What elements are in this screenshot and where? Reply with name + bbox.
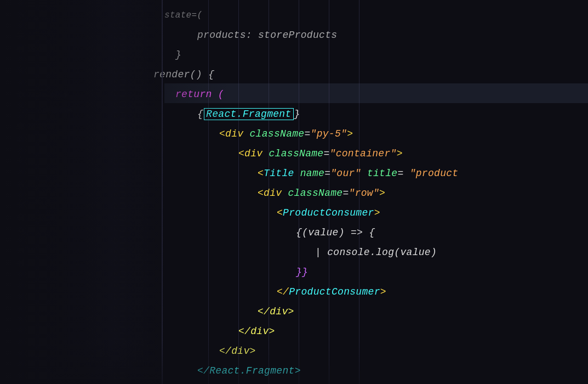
code-line-9: <Title name="our" title= "product bbox=[208, 163, 588, 183]
panel-divider bbox=[162, 0, 163, 384]
code-line-11: <ProductConsumer> bbox=[208, 203, 588, 223]
code-content: state=( products: storeProducts } render… bbox=[0, 0, 588, 384]
sidebar-blurred: state = { products: detail } componentDi… bbox=[16, 11, 72, 272]
code-editor-screen: state = { products: detail } componentDi… bbox=[0, 0, 588, 384]
code-line-19: </React.Fragment> bbox=[208, 361, 588, 381]
code-line-18: </div> bbox=[208, 341, 588, 361]
code-line-17: </div> bbox=[208, 321, 588, 341]
code-line-12: {(value) => { bbox=[208, 223, 588, 242]
code-line-8: <div className="container"> bbox=[208, 144, 588, 163]
code-line-7: <div className="py-5"> bbox=[208, 124, 588, 144]
active-line-highlight bbox=[164, 83, 588, 103]
code-line-16: </div> bbox=[208, 302, 588, 321]
code-line-3: } bbox=[208, 45, 588, 65]
code-line-4: render() { bbox=[208, 65, 588, 84]
code-line-14: }} bbox=[208, 262, 588, 282]
code-line-15: </ProductConsumer> bbox=[208, 282, 588, 302]
code-line-6: {React.Fragment} bbox=[208, 104, 588, 124]
code-line-1: state=( bbox=[208, 5, 588, 25]
code-line-10: <div className="row"> bbox=[208, 183, 588, 203]
code-line-2: products: storeProducts bbox=[208, 25, 588, 45]
code-line-13: | console.log(value) bbox=[208, 242, 588, 262]
